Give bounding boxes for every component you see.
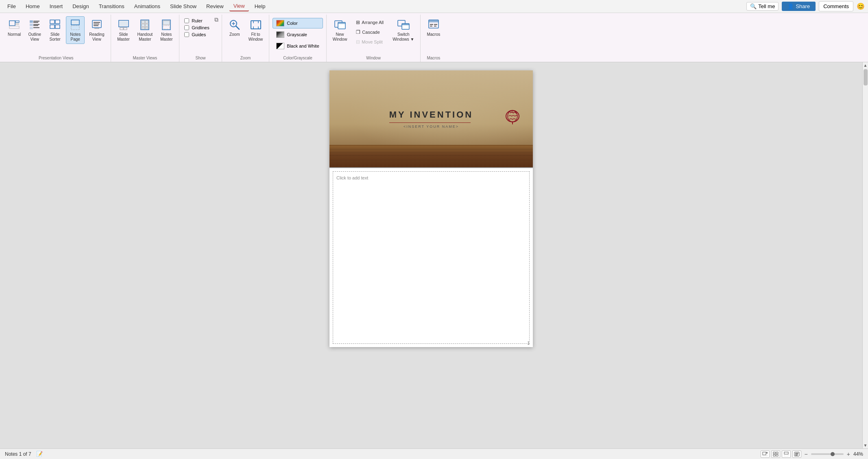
svg-rect-62 [763,455,768,456]
ribbon-content: Normal [0,13,868,62]
slide-master-btn[interactable]: SlideMaster [114,16,133,44]
zoom-slider[interactable] [811,453,844,455]
menu-transitions[interactable]: Transitions [95,2,129,11]
notes-page-view-btn[interactable] [782,450,791,458]
notes-view-icon[interactable]: 📝 [36,451,43,457]
comments-label: Comments [823,3,849,9]
svg-rect-18 [71,26,79,30]
arrange-all-label: Arrange All [362,20,384,25]
zoom-out-icon[interactable]: − [805,451,808,457]
zoom-icon [228,18,241,31]
color-grayscale-label: Color/Grayscale [273,55,323,62]
svg-rect-13 [50,20,55,24]
scroll-track[interactable] [863,68,868,442]
arrange-all-btn[interactable]: ⊞ Arrange All [352,18,387,27]
slide-brain-icon [504,108,521,126]
zoom-in-icon[interactable]: + [847,451,850,457]
black-white-label: Black and White [287,44,319,48]
zoom-btn[interactable]: Zoom [225,16,244,39]
fit-to-window-btn[interactable]: Fit toWindow [246,16,266,44]
zoom-label: Zoom [229,32,240,37]
outline-view-btn[interactable]: OutlineView [25,16,44,44]
notes-text-area[interactable]: Click to add text [333,171,530,344]
svg-rect-34 [142,27,145,29]
slide-subtitle: <INSERT YOUR NAME> [389,125,473,129]
ruler-input[interactable] [184,18,189,23]
menu-review[interactable]: Review [202,2,228,11]
cascade-label: Cascade [362,30,379,35]
black-white-btn[interactable]: Black and White [273,41,323,51]
normal-btn[interactable]: Normal [5,16,24,39]
slide-underline [389,122,471,123]
menu-insert[interactable]: Insert [46,2,67,11]
slide-master-label: SlideMaster [117,32,130,42]
scroll-up-arrow[interactable]: ▲ [863,62,868,68]
svg-rect-30 [142,21,145,23]
bw-swatch [276,43,284,49]
vertical-scrollbar[interactable]: ▲ ▼ [862,62,868,448]
menu-home[interactable]: Home [22,2,44,11]
normal-view-btn[interactable] [761,450,770,458]
svg-rect-9 [33,24,39,25]
svg-rect-67 [784,452,788,454]
svg-rect-61 [766,453,768,454]
handout-master-btn[interactable]: HandoutMaster [135,16,156,44]
menu-help[interactable]: Help [251,2,270,11]
slide-thumbnail: MY INVENTION <INSERT YOUR NAME> [329,70,533,168]
group-presentation-views: Normal [2,15,111,62]
scroll-down-arrow[interactable]: ▼ [863,442,868,448]
color-btn[interactable]: Color [273,18,323,28]
gridlines-checkbox[interactable]: Gridlines [183,25,211,31]
notes-info: Notes 1 of 7 [5,451,31,457]
notes-master-btn[interactable]: NotesMaster [157,16,176,44]
slide-sorter-btn[interactable]: SlideSorter [46,16,64,44]
canvas-area[interactable]: MY INVENTION <INSERT YOUR NAME> [0,62,862,448]
guides-label: Guides [192,32,206,37]
reading-view-btn[interactable]: ReadingView [86,16,107,44]
menu-bar: File Home Insert Design Transitions Anim… [0,0,868,13]
scroll-thumb[interactable] [864,69,868,85]
comments-button[interactable]: Comments [819,1,853,11]
macros-icon [427,18,440,31]
svg-rect-33 [145,24,148,26]
svg-rect-66 [776,455,778,456]
menu-design[interactable]: Design [68,2,93,11]
zoom-thumb[interactable] [831,452,835,456]
menu-slideshow[interactable]: Slide Show [166,2,201,11]
show-dialog-icon[interactable]: ⧉ [214,16,218,23]
macros-items: Macros [424,15,443,55]
cascade-icon: ❐ [356,29,360,35]
zoom-items: Zoom Fit toWindow [225,15,266,55]
slide-sorter-view-btn[interactable] [771,450,780,458]
share-button[interactable]: 👤 Share [782,2,816,11]
guides-input[interactable] [184,32,189,37]
svg-rect-4 [9,26,19,28]
new-window-btn[interactable]: NewWindow [330,16,350,44]
macros-btn[interactable]: Macros [424,16,443,39]
svg-rect-15 [50,25,55,28]
menu-view[interactable]: View [229,1,249,11]
grayscale-btn[interactable]: Grayscale [273,29,323,40]
group-color-grayscale: Color Grayscale Black and White Color/Gr… [269,15,326,62]
reading-view-status-btn[interactable] [792,450,801,458]
svg-rect-60 [766,452,768,453]
svg-rect-5 [30,20,33,23]
switch-windows-btn[interactable]: SwitchWindows ▼ [390,16,417,44]
switch-windows-label: SwitchWindows ▼ [393,32,414,42]
move-split-btn[interactable]: ⊟ Move Split [352,37,387,46]
guides-checkbox[interactable]: Guides [183,32,211,37]
gridlines-input[interactable] [184,25,189,30]
slide-content: MY INVENTION <INSERT YOUR NAME> [329,70,533,167]
ruler-checkbox[interactable]: Ruler [183,18,211,24]
notes-page-btn[interactable]: NotesPage [66,16,85,44]
search-bar[interactable]: 🔍 Tell me [746,2,779,11]
share-icon: 👤 [787,3,794,9]
menu-file[interactable]: File [3,2,20,11]
menu-animations[interactable]: Animations [130,2,164,11]
master-views-label: Master Views [114,55,176,62]
svg-rect-46 [338,22,345,24]
status-bar: Notes 1 of 7 📝 [0,448,868,459]
cascade-btn[interactable]: ❐ Cascade [352,28,387,37]
grayscale-label: Grayscale [287,32,307,37]
outline-view-icon [28,18,41,31]
